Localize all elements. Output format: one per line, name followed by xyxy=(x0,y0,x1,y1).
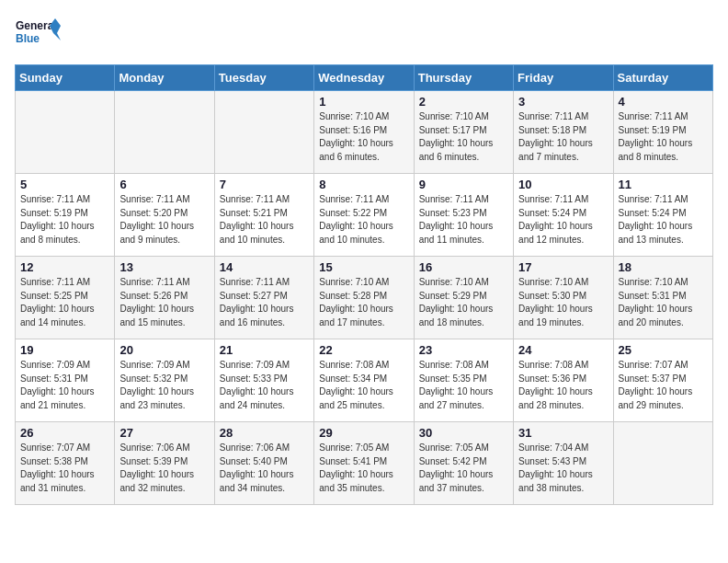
calendar-week-row: 26Sunrise: 7:07 AMSunset: 5:38 PMDayligh… xyxy=(16,422,713,505)
day-info: Sunrise: 7:11 AMSunset: 5:24 PMDaylight:… xyxy=(518,193,608,247)
logo-icon: General Blue xyxy=(15,15,61,53)
day-number: 15 xyxy=(319,260,408,274)
weekday-header-sunday: Sunday xyxy=(16,65,115,91)
day-number: 16 xyxy=(419,260,508,274)
calendar-cell: 17Sunrise: 7:10 AMSunset: 5:30 PMDayligh… xyxy=(514,257,613,339)
day-number: 9 xyxy=(419,178,508,191)
calendar-cell: 18Sunrise: 7:10 AMSunset: 5:31 PMDayligh… xyxy=(613,257,712,339)
day-info: Sunrise: 7:11 AMSunset: 5:27 PMDaylight:… xyxy=(220,276,309,329)
weekday-header-row: SundayMondayTuesdayWednesdayThursdayFrid… xyxy=(16,65,713,91)
day-info: Sunrise: 7:07 AMSunset: 5:38 PMDaylight:… xyxy=(20,442,109,495)
weekday-header-tuesday: Tuesday xyxy=(214,65,313,91)
day-number: 5 xyxy=(20,178,109,191)
day-number: 11 xyxy=(619,178,708,191)
day-info: Sunrise: 7:05 AMSunset: 5:42 PMDaylight:… xyxy=(419,442,508,495)
day-number: 22 xyxy=(319,343,408,357)
day-number: 20 xyxy=(119,343,209,357)
calendar-cell: 22Sunrise: 7:08 AMSunset: 5:34 PMDayligh… xyxy=(314,339,414,422)
calendar-cell: 1Sunrise: 7:10 AMSunset: 5:16 PMDaylight… xyxy=(314,91,414,174)
day-info: Sunrise: 7:09 AMSunset: 5:31 PMDaylight:… xyxy=(20,359,109,412)
calendar-cell xyxy=(214,91,313,174)
day-number: 21 xyxy=(220,343,309,357)
calendar-cell xyxy=(613,422,712,505)
day-info: Sunrise: 7:11 AMSunset: 5:19 PMDaylight:… xyxy=(20,193,109,247)
calendar-cell xyxy=(16,91,115,174)
day-info: Sunrise: 7:04 AMSunset: 5:43 PMDaylight:… xyxy=(518,442,608,495)
day-number: 24 xyxy=(518,343,608,357)
calendar-cell: 26Sunrise: 7:07 AMSunset: 5:38 PMDayligh… xyxy=(16,422,115,505)
calendar-cell: 2Sunrise: 7:10 AMSunset: 5:17 PMDaylight… xyxy=(414,91,513,174)
day-info: Sunrise: 7:06 AMSunset: 5:40 PMDaylight:… xyxy=(220,442,309,495)
day-info: Sunrise: 7:11 AMSunset: 5:19 PMDaylight:… xyxy=(619,110,708,164)
calendar-cell: 5Sunrise: 7:11 AMSunset: 5:19 PMDaylight… xyxy=(16,174,115,257)
calendar-cell: 25Sunrise: 7:07 AMSunset: 5:37 PMDayligh… xyxy=(613,339,712,422)
calendar-cell: 3Sunrise: 7:11 AMSunset: 5:18 PMDaylight… xyxy=(514,91,613,174)
day-number: 1 xyxy=(319,95,408,109)
day-number: 23 xyxy=(419,343,508,357)
day-number: 17 xyxy=(518,260,608,274)
day-info: Sunrise: 7:11 AMSunset: 5:21 PMDaylight:… xyxy=(220,193,309,247)
calendar-cell: 29Sunrise: 7:05 AMSunset: 5:41 PMDayligh… xyxy=(314,422,414,505)
day-number: 4 xyxy=(619,95,708,109)
calendar-cell: 16Sunrise: 7:10 AMSunset: 5:29 PMDayligh… xyxy=(414,257,513,339)
day-info: Sunrise: 7:11 AMSunset: 5:26 PMDaylight:… xyxy=(119,276,209,329)
calendar-cell: 21Sunrise: 7:09 AMSunset: 5:33 PMDayligh… xyxy=(214,339,313,422)
logo: General Blue xyxy=(15,15,61,53)
weekday-header-monday: Monday xyxy=(115,65,214,91)
calendar-cell: 15Sunrise: 7:10 AMSunset: 5:28 PMDayligh… xyxy=(314,257,414,339)
calendar-table: SundayMondayTuesdayWednesdayThursdayFrid… xyxy=(15,64,713,505)
day-number: 31 xyxy=(518,426,608,440)
day-info: Sunrise: 7:08 AMSunset: 5:36 PMDaylight:… xyxy=(518,359,608,412)
day-number: 12 xyxy=(20,260,109,274)
svg-text:Blue: Blue xyxy=(16,32,40,45)
calendar-week-row: 5Sunrise: 7:11 AMSunset: 5:19 PMDaylight… xyxy=(16,174,713,257)
day-info: Sunrise: 7:10 AMSunset: 5:30 PMDaylight:… xyxy=(518,276,608,329)
day-number: 10 xyxy=(518,178,608,191)
day-info: Sunrise: 7:11 AMSunset: 5:23 PMDaylight:… xyxy=(419,193,508,247)
day-number: 29 xyxy=(319,426,408,440)
day-info: Sunrise: 7:10 AMSunset: 5:16 PMDaylight:… xyxy=(319,110,408,164)
weekday-header-friday: Friday xyxy=(514,65,613,91)
day-info: Sunrise: 7:10 AMSunset: 5:29 PMDaylight:… xyxy=(419,276,508,329)
calendar-cell: 11Sunrise: 7:11 AMSunset: 5:24 PMDayligh… xyxy=(613,174,712,257)
day-number: 8 xyxy=(319,178,408,191)
calendar-cell: 24Sunrise: 7:08 AMSunset: 5:36 PMDayligh… xyxy=(514,339,613,422)
calendar-cell: 20Sunrise: 7:09 AMSunset: 5:32 PMDayligh… xyxy=(115,339,214,422)
day-info: Sunrise: 7:10 AMSunset: 5:28 PMDaylight:… xyxy=(319,276,408,329)
calendar-cell: 30Sunrise: 7:05 AMSunset: 5:42 PMDayligh… xyxy=(414,422,513,505)
calendar-cell: 13Sunrise: 7:11 AMSunset: 5:26 PMDayligh… xyxy=(115,257,214,339)
day-number: 25 xyxy=(619,343,708,357)
day-number: 27 xyxy=(119,426,209,440)
page-header: General Blue xyxy=(15,15,713,53)
calendar-cell: 28Sunrise: 7:06 AMSunset: 5:40 PMDayligh… xyxy=(214,422,313,505)
day-info: Sunrise: 7:09 AMSunset: 5:32 PMDaylight:… xyxy=(119,359,209,412)
day-info: Sunrise: 7:06 AMSunset: 5:39 PMDaylight:… xyxy=(119,442,209,495)
day-info: Sunrise: 7:11 AMSunset: 5:22 PMDaylight:… xyxy=(319,193,408,247)
weekday-header-wednesday: Wednesday xyxy=(314,65,414,91)
calendar-cell: 23Sunrise: 7:08 AMSunset: 5:35 PMDayligh… xyxy=(414,339,513,422)
day-info: Sunrise: 7:08 AMSunset: 5:35 PMDaylight:… xyxy=(419,359,508,412)
day-number: 28 xyxy=(220,426,309,440)
calendar-cell: 4Sunrise: 7:11 AMSunset: 5:19 PMDaylight… xyxy=(613,91,712,174)
day-number: 26 xyxy=(20,426,109,440)
day-info: Sunrise: 7:08 AMSunset: 5:34 PMDaylight:… xyxy=(319,359,408,412)
day-number: 3 xyxy=(518,95,608,109)
calendar-week-row: 19Sunrise: 7:09 AMSunset: 5:31 PMDayligh… xyxy=(16,339,713,422)
calendar-cell: 27Sunrise: 7:06 AMSunset: 5:39 PMDayligh… xyxy=(115,422,214,505)
day-info: Sunrise: 7:05 AMSunset: 5:41 PMDaylight:… xyxy=(319,442,408,495)
day-info: Sunrise: 7:11 AMSunset: 5:24 PMDaylight:… xyxy=(619,193,708,247)
day-info: Sunrise: 7:09 AMSunset: 5:33 PMDaylight:… xyxy=(220,359,309,412)
weekday-header-saturday: Saturday xyxy=(613,65,712,91)
calendar-week-row: 12Sunrise: 7:11 AMSunset: 5:25 PMDayligh… xyxy=(16,257,713,339)
day-number: 13 xyxy=(119,260,209,274)
day-number: 19 xyxy=(20,343,109,357)
day-info: Sunrise: 7:11 AMSunset: 5:20 PMDaylight:… xyxy=(119,193,209,247)
calendar-cell: 10Sunrise: 7:11 AMSunset: 5:24 PMDayligh… xyxy=(514,174,613,257)
calendar-cell: 9Sunrise: 7:11 AMSunset: 5:23 PMDaylight… xyxy=(414,174,513,257)
day-info: Sunrise: 7:11 AMSunset: 5:18 PMDaylight:… xyxy=(518,110,608,164)
day-number: 14 xyxy=(220,260,309,274)
calendar-cell: 31Sunrise: 7:04 AMSunset: 5:43 PMDayligh… xyxy=(514,422,613,505)
day-info: Sunrise: 7:07 AMSunset: 5:37 PMDaylight:… xyxy=(619,359,708,412)
calendar-cell: 8Sunrise: 7:11 AMSunset: 5:22 PMDaylight… xyxy=(314,174,414,257)
calendar-cell: 12Sunrise: 7:11 AMSunset: 5:25 PMDayligh… xyxy=(16,257,115,339)
